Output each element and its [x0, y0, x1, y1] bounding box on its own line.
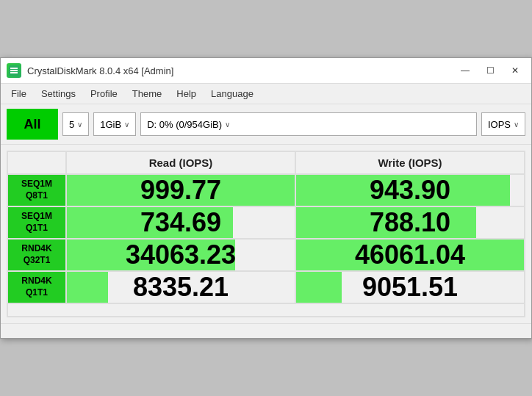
- menu-settings[interactable]: Settings: [34, 85, 83, 102]
- write-value: 9051.51: [295, 271, 525, 303]
- size-chevron-icon: ∨: [124, 120, 129, 129]
- drive-chevron-icon: ∨: [225, 120, 230, 129]
- mode-chevron-icon: ∨: [514, 120, 519, 129]
- svg-rect-2: [10, 72, 18, 73]
- app-window: CrystalDiskMark 8.0.4 x64 [Admin] — ☐ ✕ …: [0, 57, 532, 339]
- benchmark-area: Read (IOPS) Write (IOPS) SEQ1MQ8T1999.77…: [1, 145, 531, 323]
- runs-value: 5: [69, 119, 74, 130]
- row-label: SEQ1MQ1T1: [7, 206, 66, 239]
- title-bar-left: CrystalDiskMark 8.0.4 x64 [Admin]: [7, 63, 173, 78]
- svg-rect-3: [10, 68, 18, 69]
- header-read: Read (IOPS): [66, 151, 295, 174]
- write-value: 46061.04: [295, 239, 525, 271]
- write-value: 943.90: [295, 174, 525, 206]
- read-value: 34063.23: [66, 239, 295, 271]
- row-label: RND4KQ32T1: [7, 239, 66, 271]
- window-controls: — ☐ ✕: [455, 62, 525, 79]
- read-value: 734.69: [66, 206, 295, 239]
- drive-value: D: 0% (0/954GiB): [147, 119, 222, 130]
- menu-bar: File Settings Profile Theme Help Languag…: [1, 84, 531, 104]
- app-icon: [7, 63, 21, 78]
- read-value: 8335.21: [66, 271, 295, 303]
- title-bar: CrystalDiskMark 8.0.4 x64 [Admin] — ☐ ✕: [1, 58, 531, 84]
- table-row: RND4KQ1T18335.219051.51: [7, 271, 525, 303]
- write-value: 788.10: [295, 206, 525, 239]
- svg-rect-1: [10, 70, 18, 71]
- size-value: 1GiB: [100, 119, 121, 130]
- header-write: Write (IOPS): [295, 151, 525, 174]
- header-label: [7, 151, 66, 174]
- benchmark-table: Read (IOPS) Write (IOPS) SEQ1MQ8T1999.77…: [7, 151, 525, 317]
- menu-help[interactable]: Help: [169, 85, 204, 102]
- row-label: RND4KQ1T1: [7, 271, 66, 303]
- table-header-row: Read (IOPS) Write (IOPS): [7, 151, 525, 174]
- close-button[interactable]: ✕: [505, 62, 525, 79]
- menu-language[interactable]: Language: [204, 85, 261, 102]
- mode-value: IOPS: [488, 119, 511, 130]
- table-row: SEQ1MQ8T1999.77943.90: [7, 174, 525, 206]
- table-row: SEQ1MQ1T1734.69788.10: [7, 206, 525, 239]
- menu-profile[interactable]: Profile: [83, 85, 125, 102]
- window-title: CrystalDiskMark 8.0.4 x64 [Admin]: [27, 65, 173, 76]
- table-empty-row: [7, 303, 525, 317]
- status-bar: [1, 323, 531, 338]
- all-button[interactable]: All: [7, 109, 58, 140]
- runs-chevron-icon: ∨: [77, 120, 82, 129]
- toolbar: All 5 ∨ 1GiB ∨ D: 0% (0/954GiB) ∨ IOPS ∨: [1, 104, 531, 145]
- drive-dropdown[interactable]: D: 0% (0/954GiB) ∨: [140, 112, 477, 136]
- read-value: 999.77: [66, 174, 295, 206]
- menu-file[interactable]: File: [4, 85, 34, 102]
- runs-dropdown[interactable]: 5 ∨: [62, 112, 89, 136]
- row-label: SEQ1MQ8T1: [7, 174, 66, 206]
- mode-dropdown[interactable]: IOPS ∨: [481, 112, 525, 136]
- size-dropdown[interactable]: 1GiB ∨: [93, 112, 136, 136]
- maximize-button[interactable]: ☐: [480, 62, 500, 79]
- minimize-button[interactable]: —: [455, 62, 475, 79]
- menu-theme[interactable]: Theme: [125, 85, 169, 102]
- table-row: RND4KQ32T134063.2346061.04: [7, 239, 525, 271]
